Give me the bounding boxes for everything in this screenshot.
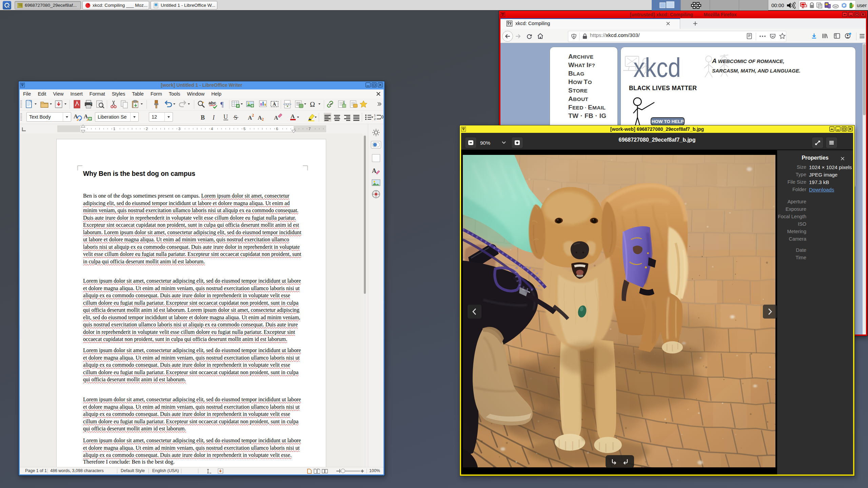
svg-text:A: A — [372, 167, 376, 174]
svg-text:1: 1 — [343, 101, 345, 105]
svg-text:A: A — [291, 113, 295, 120]
svg-text:A: A — [84, 113, 88, 120]
svg-text:I: I — [212, 114, 215, 121]
svg-text:2: 2 — [374, 117, 376, 121]
svg-text:2: 2 — [262, 117, 264, 122]
svg-text:¶: ¶ — [220, 100, 224, 108]
svg-text:5: 5 — [243, 127, 245, 131]
svg-text:6: 6 — [276, 127, 278, 131]
svg-text:2: 2 — [146, 127, 148, 131]
svg-text:Ω: Ω — [310, 101, 315, 108]
svg-text:1: 1 — [374, 114, 376, 117]
svg-text:1: 1 — [113, 127, 115, 131]
svg-text:4: 4 — [211, 127, 213, 131]
svg-text:3: 3 — [178, 127, 180, 131]
svg-text:A: A — [273, 102, 276, 107]
svg-text:A: A — [274, 115, 278, 121]
svg-text:B: B — [201, 114, 205, 121]
svg-text:U: U — [223, 114, 228, 120]
svg-text:7: 7 — [309, 127, 311, 131]
svg-text:2: 2 — [252, 113, 254, 118]
svg-text:abc: abc — [209, 100, 216, 105]
